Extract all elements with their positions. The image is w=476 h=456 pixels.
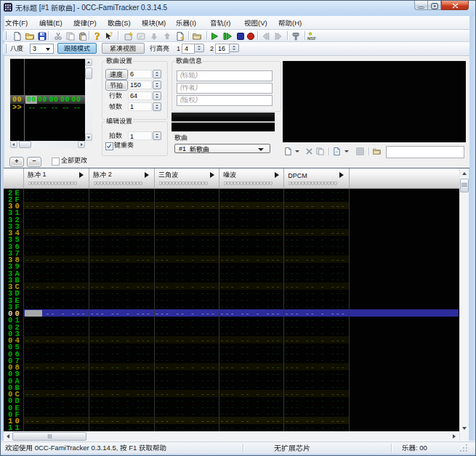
svg-text:?: ? — [110, 32, 113, 38]
svg-text:?: ? — [94, 32, 100, 41]
svg-text:NSF: NSF — [307, 36, 316, 41]
